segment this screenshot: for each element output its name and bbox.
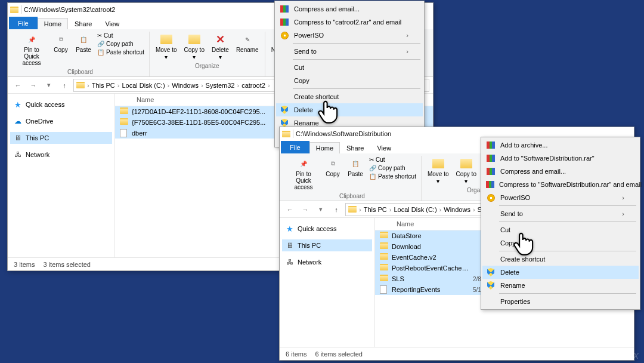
copy-button[interactable]: ⧉ Copy — [51, 32, 71, 54]
folder-icon — [76, 82, 85, 88]
paste-shortcut-button[interactable]: 📋Paste shortcut — [96, 48, 145, 56]
paste-shortcut-button[interactable]: 📋Paste shortcut — [368, 173, 417, 180]
ctx-item[interactable]: Copy — [482, 236, 639, 250]
ctx-item-label: Rename — [500, 282, 525, 289]
col-name[interactable]: Name — [397, 220, 426, 227]
network-icon: 🖧 — [14, 150, 22, 159]
ctx-item-label: Cut — [294, 64, 304, 71]
title-path: C:\Windows\SoftwareDistribution — [296, 130, 391, 137]
crumb-system32[interactable]: System32 — [206, 82, 235, 89]
ctx-item[interactable]: Compress and email... — [276, 2, 423, 16]
delete-button[interactable]: ✕Delete▾ — [209, 32, 231, 61]
ctx-item[interactable]: Send to› — [482, 207, 639, 220]
archive-icon — [486, 181, 494, 188]
scissors-icon: ✂ — [97, 32, 102, 39]
nav-up-button[interactable]: ↑ — [330, 203, 343, 216]
copy-to-icon — [188, 35, 200, 44]
tab-home[interactable]: Home — [309, 142, 340, 153]
ctx-item[interactable]: Properties — [482, 295, 639, 308]
pin-quick-access-button[interactable]: 📌 Pin to Quick access — [15, 32, 48, 67]
nav-recent-button[interactable]: ▾ — [314, 203, 327, 216]
tab-home[interactable]: Home — [38, 18, 68, 29]
tab-view[interactable]: View — [98, 18, 126, 29]
status-selected: 3 items selected — [43, 261, 90, 268]
ctx-item[interactable]: Compress to "SoftwareDistribution.rar" a… — [482, 178, 639, 191]
chevron-right-icon: › — [406, 48, 408, 55]
col-name[interactable]: Name — [137, 96, 166, 103]
cut-button[interactable]: ✂Cut — [96, 32, 145, 39]
crumb-windows[interactable]: Windows — [172, 82, 199, 89]
nav-quick-access[interactable]: ★Quick access — [10, 99, 112, 110]
ctx-item[interactable]: Add to "SoftwareDistribution.rar" — [482, 152, 639, 165]
shield-icon — [281, 119, 288, 127]
ctx-item-label: Delete — [294, 106, 313, 113]
crumb-this-pc[interactable]: This PC — [364, 206, 387, 213]
delete-x-icon: ✕ — [213, 33, 227, 46]
move-to-button[interactable]: Move to▾ — [425, 156, 451, 186]
move-icon — [160, 35, 172, 44]
folder-icon — [380, 253, 388, 260]
shield-icon — [281, 106, 288, 114]
pin-quick-access-button[interactable]: 📌Pin to Quick access — [287, 156, 320, 192]
ctx-item[interactable]: Rename — [482, 279, 639, 292]
rename-button[interactable]: ✎Rename — [234, 32, 261, 54]
folder-icon — [10, 7, 18, 13]
ctx-item[interactable]: Delete — [482, 266, 639, 279]
ctx-item[interactable]: Create shortcut — [482, 253, 639, 266]
move-to-button[interactable]: Move to▾ — [153, 32, 179, 61]
nav-network[interactable]: 🖧Network — [10, 149, 112, 161]
tab-file[interactable]: File — [281, 141, 309, 153]
nav-onedrive[interactable]: ☁OneDrive — [10, 115, 112, 127]
ctx-item[interactable]: Copy — [276, 74, 423, 87]
copy-to-button[interactable]: Copy to▾ — [182, 32, 207, 61]
paste-button[interactable]: 📋Paste — [345, 156, 366, 179]
nav-this-pc[interactable]: 🖥This PC — [282, 239, 372, 251]
nav-forward-button[interactable]: → — [27, 79, 40, 92]
copy-path-button[interactable]: 🔗Copy path — [368, 164, 417, 172]
nav-network[interactable]: 🖧Network — [282, 256, 372, 268]
status-bar: 6 items 6 items selected — [280, 347, 634, 360]
ctx-item[interactable]: Create shortcut — [276, 90, 423, 103]
nav-up-button[interactable]: ↑ — [58, 79, 71, 92]
nav-quick-access[interactable]: ★Quick access — [282, 223, 372, 235]
paste-button[interactable]: 📋 Paste — [73, 32, 94, 54]
ctx-item[interactable]: Send to› — [276, 45, 423, 58]
ctx-item-label: Add to "SoftwareDistribution.rar" — [500, 155, 595, 162]
context-menu-catroot2: Compress and email...Compress to "catroo… — [274, 1, 425, 147]
copy-button[interactable]: ⧉Copy — [323, 156, 343, 179]
crumb-windows[interactable]: Windows — [444, 206, 470, 213]
tab-file[interactable]: File — [9, 17, 38, 29]
ctx-item[interactable]: Delete — [276, 103, 423, 116]
ctx-item[interactable]: PowerISO› — [276, 29, 423, 42]
cut-button[interactable]: ✂Cut — [368, 156, 417, 164]
ctx-item[interactable]: Add to archive... — [482, 139, 639, 152]
ctx-item[interactable]: Cut — [482, 223, 639, 236]
ctx-item[interactable]: Compress and email... — [482, 165, 639, 178]
nav-back-button[interactable]: ← — [11, 79, 24, 92]
copy-to-button[interactable]: Copy to▾ — [454, 156, 479, 186]
nav-forward-button[interactable]: → — [299, 203, 312, 216]
file-name: ReportingEvents — [392, 286, 469, 293]
ctx-item[interactable]: Compress to "catroot2.rar" and email — [276, 16, 423, 29]
ctx-item[interactable]: PowerISO› — [482, 191, 639, 204]
disc-icon — [281, 32, 289, 39]
crumb-disk-c[interactable]: Local Disk (C:) — [394, 206, 436, 213]
ctx-item[interactable]: Cut — [276, 61, 423, 74]
crumb-disk-c[interactable]: Local Disk (C:) — [122, 82, 165, 89]
tab-share[interactable]: Share — [340, 142, 370, 153]
nav-back-button[interactable]: ← — [283, 203, 296, 216]
nav-this-pc[interactable]: 🖥This PC — [10, 132, 112, 144]
crumb-this-pc[interactable]: This PC — [92, 82, 115, 89]
nav-recent-button[interactable]: ▾ — [42, 79, 55, 92]
title-path: C:\Windows\System32\catroot2 — [24, 6, 115, 13]
shield-icon — [487, 281, 494, 290]
copy-path-icon: 🔗 — [369, 165, 376, 171]
folder-icon — [348, 206, 357, 213]
tab-share[interactable]: Share — [68, 18, 98, 29]
crumb-catroot2[interactable]: catroot2 — [242, 82, 265, 89]
copy-path-button[interactable]: 🔗Copy path — [96, 40, 145, 48]
tab-view[interactable]: View — [370, 142, 398, 153]
folder-icon — [282, 131, 290, 137]
ctx-item-label: PowerISO — [294, 32, 324, 39]
star-icon: ★ — [286, 224, 294, 233]
